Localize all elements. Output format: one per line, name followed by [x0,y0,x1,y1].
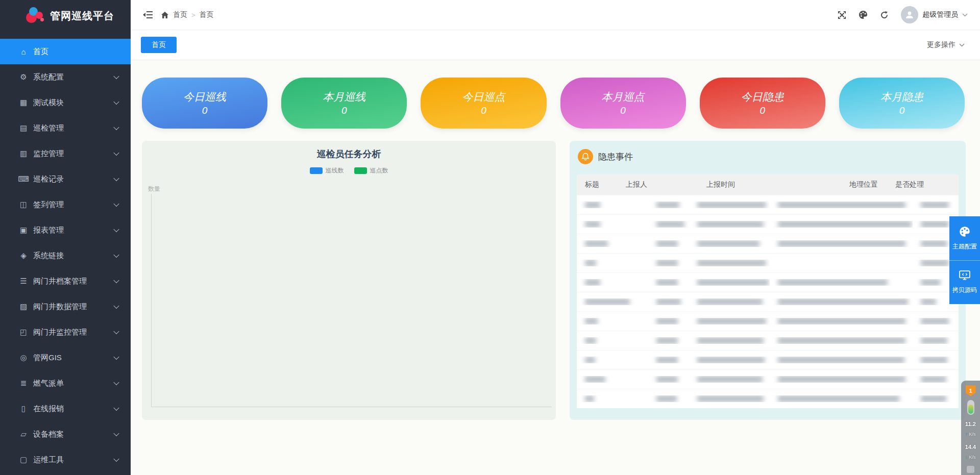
copy-source-button[interactable]: 拷贝源码 [949,260,980,304]
chart-legend: 巡线数 巡点数 [142,166,556,175]
table-cell-redacted [577,260,648,266]
hazard-table-body [577,195,959,408]
chevron-down-icon [113,176,119,181]
user-menu[interactable]: 超级管理员 [901,6,968,23]
avatar [901,6,918,23]
chevron-down-icon [113,201,119,207]
menu-item-label: 系统配置 [33,72,64,82]
column-header: 上报时间 [698,180,841,189]
sidebar: 管网巡线平台 ⌂ 首页 ⚙ 系统配置 ▦ 测试模块 ▤ 巡检管 [0,0,131,475]
stat-card: 今日隐患 0 [700,78,825,129]
chevron-down-icon [113,99,119,105]
download-speed-unit: K/s [969,455,975,460]
hazard-panel-title: 隐患事件 [598,151,633,163]
tab-home[interactable]: 首页 [141,37,177,53]
menu-item-icon: ▢ [17,455,30,464]
copy-source-label: 拷贝源码 [952,286,977,294]
chart-x-axis-line [151,407,552,407]
table-cell-redacted [913,376,959,383]
chevron-down-icon [113,329,119,334]
stat-card-value: 0 [620,105,626,116]
stat-card-value: 0 [481,105,486,116]
menu-item-icon: ⌂ [17,47,30,56]
table-row [577,234,959,253]
sidebar-item[interactable]: ▤ 巡检管理 [0,115,131,141]
table-cell-redacted [577,357,648,363]
table-row [577,389,959,408]
hazard-table: 标题 上报人 上报时间 地理位置 是否处理 [577,174,959,408]
table-cell-redacted [770,337,913,344]
user-name: 超级管理员 [922,10,958,19]
theme-palette-icon[interactable] [859,10,868,19]
table-row [577,369,959,389]
legend-color-chip [310,167,323,174]
breadcrumb-root[interactable]: 首页 [173,10,187,19]
sidebar-item[interactable]: ▥ 监控管理 [0,141,131,166]
menu-item-label: 巡检管理 [33,123,64,133]
sidebar-item[interactable]: ◎ 管网GIS [0,345,131,370]
fullscreen-icon[interactable] [838,11,846,19]
table-cell-redacted [770,318,913,324]
sidebar-item[interactable]: ⌨ 巡检记录 [0,166,131,192]
sidebar-item[interactable]: ▢ 运维工具 [0,447,131,472]
breadcrumb-current: 首页 [200,10,214,19]
dashboard-content: 今日巡线 0 本月巡线 0 今日巡点 0 本月巡点 0 [131,60,980,475]
chevron-down-icon [113,303,119,309]
stat-card-label: 今日隐患 [741,90,784,104]
sidebar-item[interactable]: ◈ 系统链接 [0,243,131,268]
refresh-icon[interactable] [880,11,889,19]
stat-cards-row: 今日巡线 0 本月巡线 0 今日巡点 0 本月巡点 0 [142,78,965,129]
home-icon[interactable] [161,11,169,19]
sidebar-item[interactable]: ◫ 签到管理 [0,192,131,217]
collapse-sidebar-icon[interactable] [143,11,153,19]
battery-gauge-icon [967,400,974,415]
logo-icon [26,6,45,26]
more-operations-button[interactable]: 更多操作 [927,40,965,49]
stat-card: 本月巡点 0 [560,78,686,129]
menu-item-label: 巡检记录 [33,174,64,184]
table-cell-redacted [689,260,770,266]
table-row [577,253,959,272]
menu-item-icon: ◎ [17,353,30,362]
sidebar-item[interactable]: ▨ 阀门井数据管理 [0,294,131,319]
app-logo: 管网巡线平台 [0,0,131,32]
legend-item[interactable]: 巡点数 [354,166,388,175]
sidebar-item[interactable]: ⚙ 系统配置 [0,64,131,90]
sidebar-item[interactable]: ▱ 设备档案 [0,421,131,447]
menu-item-icon: ▣ [17,226,30,235]
stat-card-value: 0 [899,105,905,116]
sidebar-item[interactable]: ☰ 阀门井档案管理 [0,268,131,294]
chevron-down-icon [113,227,119,232]
sidebar-item[interactable]: ◰ 阀门井监控管理 [0,319,131,345]
sidebar-item[interactable]: ▦ 测试模块 [0,90,131,115]
stat-card: 今日巡点 0 [421,78,546,129]
menu-item-icon: ▱ [17,430,30,439]
table-row [577,350,959,369]
sidebar-item[interactable]: ▯ 在线报销 [0,396,131,421]
menu-item-icon: ▦ [17,98,30,107]
sidebar-item[interactable]: ⌂ 首页 [0,39,131,64]
shield-badge-icon: 1 [966,385,976,396]
table-cell-redacted [689,357,770,363]
chevron-down-icon [113,405,119,411]
table-cell-redacted [648,395,689,402]
sidebar-item[interactable]: ▣ 报表管理 [0,217,131,243]
tab-bar: 首页 更多操作 [131,30,980,60]
chevron-down-icon [113,431,119,436]
table-cell-redacted [689,298,770,305]
stat-card: 今日巡线 0 [142,78,267,129]
download-speed: 14.4 ↓ K/s [965,442,976,461]
menu-item-icon: ▨ [17,302,30,311]
floating-action-buttons: 主题配置 拷贝源码 [949,216,980,304]
menu-item-label: 管网GIS [33,353,62,363]
column-header: 上报人 [618,180,698,189]
legend-item[interactable]: 巡线数 [310,166,344,175]
net-speed-widget[interactable]: 1 11.2 ↑ K/s 14.4 ↓ K/s [961,381,980,475]
stat-card: 本月隐患 0 [839,78,965,129]
theme-config-button[interactable]: 主题配置 [949,216,980,260]
sidebar-item[interactable]: ≣ 燃气派单 [0,370,131,396]
table-cell-redacted [770,240,913,247]
legend-color-chip [354,167,367,174]
menu-item-icon: ◫ [17,200,30,209]
menu-item-icon: ⚙ [17,72,30,82]
